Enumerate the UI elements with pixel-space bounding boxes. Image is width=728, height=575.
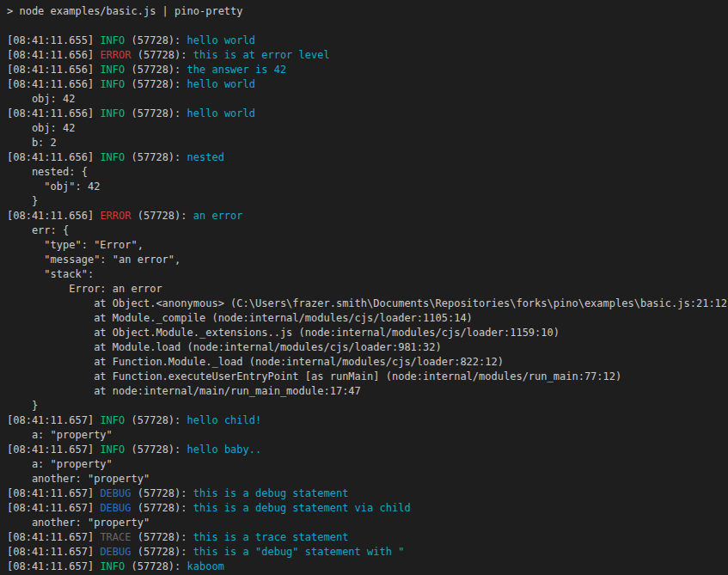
terminal-line: [08:41:11.656] INFO (57728): hello world [7, 107, 728, 121]
terminal-line: at node:internal/main/run_main_module:17… [7, 384, 728, 399]
terminal-line: [08:41:11.656] INFO (57728): hello world [7, 77, 728, 92]
log-text: "message": "an error", [7, 254, 180, 266]
log-pid: (57728): [132, 49, 193, 61]
terminal-line: another: "property" [7, 472, 728, 486]
log-timestamp: [08:41:11.657] [7, 560, 100, 572]
log-text: obj: 42 [7, 122, 75, 134]
log-text: nested: { [7, 166, 88, 178]
log-text: a: "property" [7, 458, 113, 470]
log-text: "type": "Error", [7, 239, 144, 251]
terminal-line: [08:41:11.657] DEBUG (57728): this is a … [7, 486, 728, 501]
log-text: } [7, 195, 38, 207]
log-level: INFO [100, 34, 125, 46]
log-message: an error [193, 210, 243, 222]
terminal-line: [08:41:11.656] ERROR (57728): an error [7, 209, 728, 223]
terminal-line: nested: { [7, 165, 728, 180]
log-level: ERROR [100, 49, 131, 61]
log-timestamp: [08:41:11.656] [7, 78, 100, 90]
log-timestamp: [08:41:11.657] [7, 502, 100, 514]
log-level: TRACE [100, 531, 131, 543]
log-timestamp: [08:41:11.657] [7, 531, 100, 543]
terminal-line: [08:41:11.657] TRACE (57728): this is a … [7, 530, 728, 545]
log-level: INFO [100, 414, 125, 426]
log-message: hello child! [187, 414, 262, 426]
log-message: hello world [187, 107, 255, 119]
terminal-line: [08:41:11.656] INFO (57728): the answer … [7, 63, 728, 77]
terminal-line: another: "property" [7, 516, 728, 530]
terminal-line: [08:41:11.657] INFO (57728): hello baby.… [7, 443, 728, 457]
log-level: INFO [100, 443, 125, 456]
log-pid: (57728): [125, 443, 187, 456]
log-text: a: "property" [7, 429, 113, 441]
log-text: at node:internal/main/run_main_module:17… [7, 385, 361, 397]
log-text: at Function.Module._load (node:internal/… [7, 356, 504, 368]
terminal-line: > node examples/basic.js | pino-pretty [7, 4, 728, 19]
log-pid: (57728): [125, 151, 187, 163]
log-timestamp: [08:41:11.656] [7, 64, 100, 76]
log-text: at Function.executeUserEntryPoint [as ru… [7, 370, 621, 382]
log-message: the answer is 42 [187, 64, 287, 76]
log-level: DEBUG [100, 487, 131, 499]
log-text: obj: 42 [7, 93, 75, 105]
terminal-line: [08:41:11.656] INFO (57728): nested [7, 150, 728, 165]
log-level: INFO [100, 107, 125, 119]
terminal-line: } [7, 194, 728, 209]
terminal-line [7, 19, 728, 34]
log-timestamp: [08:41:11.656] [7, 151, 100, 163]
log-timestamp: [08:41:11.656] [7, 107, 100, 119]
terminal-line: err: { [7, 223, 728, 238]
log-text: another: "property" [7, 517, 150, 529]
terminal-line: at Object.Module._extensions..js (node:i… [7, 326, 728, 340]
log-text: } [7, 400, 38, 412]
terminal-line: [08:41:11.657] INFO (57728): kaboom [7, 560, 728, 574]
log-text: at Module._compile (node:internal/module… [7, 312, 473, 324]
log-text: "stack": [7, 268, 94, 280]
log-pid: (57728): [125, 560, 187, 572]
terminal-line: a: "property" [7, 457, 728, 472]
log-pid: (57728): [125, 107, 187, 119]
log-timestamp: [08:41:11.656] [7, 210, 100, 222]
terminal-line: [08:41:11.657] INFO (57728): hello child… [7, 413, 728, 428]
log-text: Error: an error [7, 283, 162, 295]
terminal-line: at Object.<anonymous> (C:\Users\frazer.s… [7, 297, 728, 311]
log-message: this is a debug statement [193, 487, 349, 499]
log-level: INFO [100, 64, 125, 76]
log-pid: (57728): [132, 210, 193, 222]
log-level: INFO [100, 151, 125, 163]
terminal-line: "message": "an error", [7, 253, 728, 267]
terminal-line: Error: an error [7, 282, 728, 297]
log-message: nested [187, 151, 224, 163]
log-pid: (57728): [132, 487, 193, 499]
log-message: this is at error level [193, 49, 330, 61]
terminal-line: [08:41:11.657] DEBUG (57728): this is a … [7, 545, 728, 560]
log-prompt: > node examples/basic.js | pino-pretty [7, 5, 243, 17]
log-timestamp: [08:41:11.657] [7, 546, 100, 558]
log-timestamp: [08:41:11.656] [7, 49, 100, 61]
terminal-line: b: 2 [7, 136, 728, 150]
terminal-line: [08:41:11.656] ERROR (57728): this is at… [7, 48, 728, 63]
log-text: b: 2 [7, 137, 57, 149]
log-timestamp: [08:41:11.655] [7, 34, 100, 46]
terminal-line: at Module.load (node:internal/modules/cj… [7, 340, 728, 355]
log-timestamp: [08:41:11.657] [7, 414, 100, 426]
log-message: hello world [187, 78, 255, 90]
terminal-line: "stack": [7, 267, 728, 282]
terminal-line: } [7, 399, 728, 413]
terminal-line: at Module._compile (node:internal/module… [7, 311, 728, 326]
log-message: hello baby.. [187, 443, 262, 456]
log-text: at Module.load (node:internal/modules/cj… [7, 341, 442, 353]
terminal-line: "obj": 42 [7, 180, 728, 194]
log-text: at Object.Module._extensions..js (node:i… [7, 327, 560, 339]
log-message: hello world [187, 34, 255, 46]
log-text: another: "property" [7, 473, 150, 485]
log-level: DEBUG [100, 546, 131, 558]
log-text: err: { [7, 224, 69, 236]
terminal-line: obj: 42 [7, 121, 728, 136]
log-text: at Object.<anonymous> (C:\Users\frazer.s… [7, 297, 728, 309]
terminal-line: a: "property" [7, 428, 728, 443]
log-pid: (57728): [125, 34, 187, 46]
log-timestamp: [08:41:11.657] [7, 443, 100, 456]
log-level: DEBUG [100, 502, 131, 514]
log-timestamp: [08:41:11.657] [7, 487, 100, 499]
terminal-output[interactable]: > node examples/basic.js | pino-pretty[0… [0, 0, 728, 575]
